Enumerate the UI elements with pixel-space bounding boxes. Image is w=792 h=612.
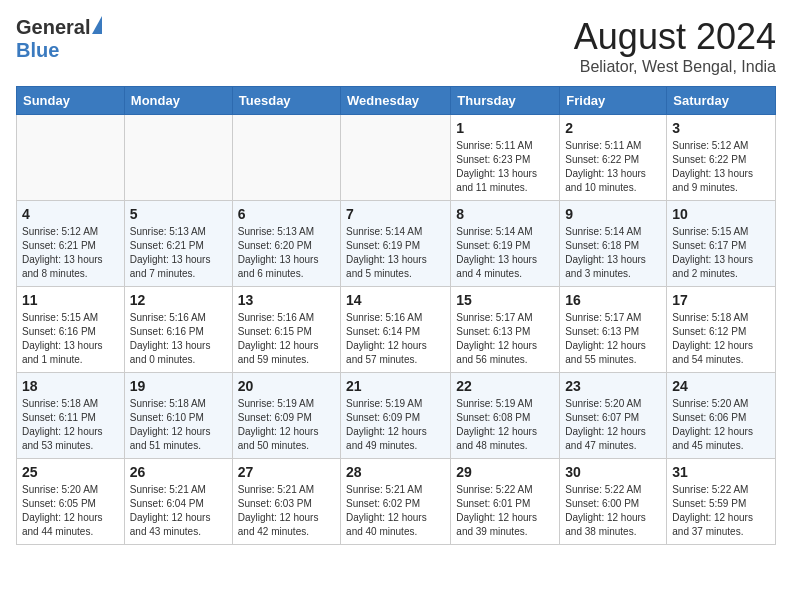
day-info: Sunrise: 5:11 AM Sunset: 6:22 PM Dayligh… bbox=[565, 139, 661, 195]
calendar-week-row: 4Sunrise: 5:12 AM Sunset: 6:21 PM Daylig… bbox=[17, 201, 776, 287]
calendar-cell: 20Sunrise: 5:19 AM Sunset: 6:09 PM Dayli… bbox=[232, 373, 340, 459]
calendar-cell bbox=[124, 115, 232, 201]
day-number: 26 bbox=[130, 464, 227, 480]
calendar-cell: 16Sunrise: 5:17 AM Sunset: 6:13 PM Dayli… bbox=[560, 287, 667, 373]
day-number: 5 bbox=[130, 206, 227, 222]
day-header-wednesday: Wednesday bbox=[341, 87, 451, 115]
day-info: Sunrise: 5:18 AM Sunset: 6:10 PM Dayligh… bbox=[130, 397, 227, 453]
day-number: 29 bbox=[456, 464, 554, 480]
calendar-cell: 24Sunrise: 5:20 AM Sunset: 6:06 PM Dayli… bbox=[667, 373, 776, 459]
calendar-cell: 10Sunrise: 5:15 AM Sunset: 6:17 PM Dayli… bbox=[667, 201, 776, 287]
day-number: 27 bbox=[238, 464, 335, 480]
day-number: 4 bbox=[22, 206, 119, 222]
calendar-cell: 21Sunrise: 5:19 AM Sunset: 6:09 PM Dayli… bbox=[341, 373, 451, 459]
day-number: 16 bbox=[565, 292, 661, 308]
calendar-week-row: 18Sunrise: 5:18 AM Sunset: 6:11 PM Dayli… bbox=[17, 373, 776, 459]
day-number: 21 bbox=[346, 378, 445, 394]
calendar-cell: 14Sunrise: 5:16 AM Sunset: 6:14 PM Dayli… bbox=[341, 287, 451, 373]
calendar-week-row: 11Sunrise: 5:15 AM Sunset: 6:16 PM Dayli… bbox=[17, 287, 776, 373]
day-info: Sunrise: 5:12 AM Sunset: 6:21 PM Dayligh… bbox=[22, 225, 119, 281]
day-info: Sunrise: 5:15 AM Sunset: 6:16 PM Dayligh… bbox=[22, 311, 119, 367]
day-info: Sunrise: 5:17 AM Sunset: 6:13 PM Dayligh… bbox=[565, 311, 661, 367]
day-number: 30 bbox=[565, 464, 661, 480]
logo-triangle-icon bbox=[92, 16, 102, 34]
day-info: Sunrise: 5:19 AM Sunset: 6:08 PM Dayligh… bbox=[456, 397, 554, 453]
calendar-cell: 26Sunrise: 5:21 AM Sunset: 6:04 PM Dayli… bbox=[124, 459, 232, 545]
day-info: Sunrise: 5:13 AM Sunset: 6:20 PM Dayligh… bbox=[238, 225, 335, 281]
day-number: 25 bbox=[22, 464, 119, 480]
day-info: Sunrise: 5:14 AM Sunset: 6:19 PM Dayligh… bbox=[456, 225, 554, 281]
calendar-cell: 19Sunrise: 5:18 AM Sunset: 6:10 PM Dayli… bbox=[124, 373, 232, 459]
day-number: 9 bbox=[565, 206, 661, 222]
day-number: 14 bbox=[346, 292, 445, 308]
day-number: 17 bbox=[672, 292, 770, 308]
day-info: Sunrise: 5:21 AM Sunset: 6:04 PM Dayligh… bbox=[130, 483, 227, 539]
day-number: 1 bbox=[456, 120, 554, 136]
day-header-thursday: Thursday bbox=[451, 87, 560, 115]
calendar-cell: 7Sunrise: 5:14 AM Sunset: 6:19 PM Daylig… bbox=[341, 201, 451, 287]
day-number: 11 bbox=[22, 292, 119, 308]
calendar-cell: 12Sunrise: 5:16 AM Sunset: 6:16 PM Dayli… bbox=[124, 287, 232, 373]
day-header-saturday: Saturday bbox=[667, 87, 776, 115]
day-info: Sunrise: 5:14 AM Sunset: 6:18 PM Dayligh… bbox=[565, 225, 661, 281]
calendar-cell: 8Sunrise: 5:14 AM Sunset: 6:19 PM Daylig… bbox=[451, 201, 560, 287]
day-info: Sunrise: 5:22 AM Sunset: 6:01 PM Dayligh… bbox=[456, 483, 554, 539]
calendar-cell: 1Sunrise: 5:11 AM Sunset: 6:23 PM Daylig… bbox=[451, 115, 560, 201]
day-info: Sunrise: 5:16 AM Sunset: 6:14 PM Dayligh… bbox=[346, 311, 445, 367]
day-info: Sunrise: 5:18 AM Sunset: 6:11 PM Dayligh… bbox=[22, 397, 119, 453]
day-number: 2 bbox=[565, 120, 661, 136]
day-number: 20 bbox=[238, 378, 335, 394]
day-number: 8 bbox=[456, 206, 554, 222]
calendar-cell: 18Sunrise: 5:18 AM Sunset: 6:11 PM Dayli… bbox=[17, 373, 125, 459]
calendar-week-row: 25Sunrise: 5:20 AM Sunset: 6:05 PM Dayli… bbox=[17, 459, 776, 545]
day-number: 22 bbox=[456, 378, 554, 394]
day-info: Sunrise: 5:17 AM Sunset: 6:13 PM Dayligh… bbox=[456, 311, 554, 367]
day-number: 15 bbox=[456, 292, 554, 308]
calendar-cell bbox=[341, 115, 451, 201]
day-info: Sunrise: 5:20 AM Sunset: 6:05 PM Dayligh… bbox=[22, 483, 119, 539]
day-header-tuesday: Tuesday bbox=[232, 87, 340, 115]
day-info: Sunrise: 5:21 AM Sunset: 6:03 PM Dayligh… bbox=[238, 483, 335, 539]
day-number: 12 bbox=[130, 292, 227, 308]
day-number: 13 bbox=[238, 292, 335, 308]
day-number: 6 bbox=[238, 206, 335, 222]
calendar-cell: 27Sunrise: 5:21 AM Sunset: 6:03 PM Dayli… bbox=[232, 459, 340, 545]
calendar-cell: 28Sunrise: 5:21 AM Sunset: 6:02 PM Dayli… bbox=[341, 459, 451, 545]
calendar-cell: 15Sunrise: 5:17 AM Sunset: 6:13 PM Dayli… bbox=[451, 287, 560, 373]
day-header-sunday: Sunday bbox=[17, 87, 125, 115]
calendar-cell: 31Sunrise: 5:22 AM Sunset: 5:59 PM Dayli… bbox=[667, 459, 776, 545]
day-number: 23 bbox=[565, 378, 661, 394]
calendar-cell bbox=[17, 115, 125, 201]
calendar-cell: 6Sunrise: 5:13 AM Sunset: 6:20 PM Daylig… bbox=[232, 201, 340, 287]
day-info: Sunrise: 5:20 AM Sunset: 6:06 PM Dayligh… bbox=[672, 397, 770, 453]
location-title: Beliator, West Bengal, India bbox=[574, 58, 776, 76]
month-title: August 2024 bbox=[574, 16, 776, 58]
day-info: Sunrise: 5:16 AM Sunset: 6:15 PM Dayligh… bbox=[238, 311, 335, 367]
page-header: General Blue August 2024 Beliator, West … bbox=[16, 16, 776, 76]
logo-blue-text: Blue bbox=[16, 39, 59, 62]
calendar-cell: 5Sunrise: 5:13 AM Sunset: 6:21 PM Daylig… bbox=[124, 201, 232, 287]
day-info: Sunrise: 5:19 AM Sunset: 6:09 PM Dayligh… bbox=[238, 397, 335, 453]
day-info: Sunrise: 5:20 AM Sunset: 6:07 PM Dayligh… bbox=[565, 397, 661, 453]
day-info: Sunrise: 5:21 AM Sunset: 6:02 PM Dayligh… bbox=[346, 483, 445, 539]
calendar-cell: 17Sunrise: 5:18 AM Sunset: 6:12 PM Dayli… bbox=[667, 287, 776, 373]
calendar-cell: 9Sunrise: 5:14 AM Sunset: 6:18 PM Daylig… bbox=[560, 201, 667, 287]
day-number: 24 bbox=[672, 378, 770, 394]
day-info: Sunrise: 5:12 AM Sunset: 6:22 PM Dayligh… bbox=[672, 139, 770, 195]
day-header-friday: Friday bbox=[560, 87, 667, 115]
day-number: 10 bbox=[672, 206, 770, 222]
calendar-cell: 11Sunrise: 5:15 AM Sunset: 6:16 PM Dayli… bbox=[17, 287, 125, 373]
title-section: August 2024 Beliator, West Bengal, India bbox=[574, 16, 776, 76]
logo: General Blue bbox=[16, 16, 102, 62]
calendar-week-row: 1Sunrise: 5:11 AM Sunset: 6:23 PM Daylig… bbox=[17, 115, 776, 201]
day-header-monday: Monday bbox=[124, 87, 232, 115]
day-number: 7 bbox=[346, 206, 445, 222]
calendar-cell: 22Sunrise: 5:19 AM Sunset: 6:08 PM Dayli… bbox=[451, 373, 560, 459]
day-info: Sunrise: 5:14 AM Sunset: 6:19 PM Dayligh… bbox=[346, 225, 445, 281]
day-info: Sunrise: 5:11 AM Sunset: 6:23 PM Dayligh… bbox=[456, 139, 554, 195]
calendar-cell: 13Sunrise: 5:16 AM Sunset: 6:15 PM Dayli… bbox=[232, 287, 340, 373]
calendar-cell: 25Sunrise: 5:20 AM Sunset: 6:05 PM Dayli… bbox=[17, 459, 125, 545]
calendar-cell: 30Sunrise: 5:22 AM Sunset: 6:00 PM Dayli… bbox=[560, 459, 667, 545]
logo-general-text: General bbox=[16, 16, 90, 39]
day-info: Sunrise: 5:19 AM Sunset: 6:09 PM Dayligh… bbox=[346, 397, 445, 453]
